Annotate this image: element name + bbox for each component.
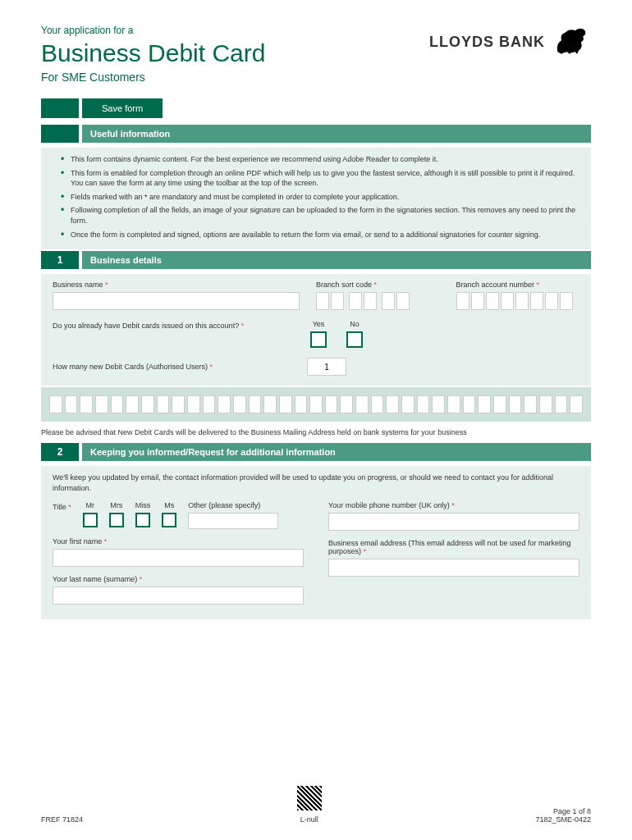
acct-num-input[interactable]	[456, 292, 580, 310]
delivery-advisory: Please be advised that New Debit Cards w…	[41, 425, 591, 443]
section1-num: 1	[41, 251, 79, 269]
last-name-input[interactable]	[53, 587, 304, 605]
email-input[interactable]	[328, 559, 579, 577]
first-name-input[interactable]	[53, 549, 304, 567]
business-name-label: Business name *	[53, 281, 300, 289]
qr-icon	[297, 786, 322, 810]
useful-info-list: This form contains dynamic content. For …	[53, 154, 579, 240]
how-many-input[interactable]	[307, 358, 346, 376]
existing-debit-label: Do you already have Debit cards issued o…	[53, 320, 291, 330]
footer-left: FREF 71824	[41, 815, 83, 824]
how-many-label: How many new Debit Cards (Authorised Use…	[53, 363, 291, 371]
footer-page: Page 1 of 8	[535, 807, 591, 815]
section2-intro: We'll keep you updated by email, the con…	[53, 472, 579, 493]
yes-checkbox[interactable]	[310, 331, 327, 348]
useful-info-title: Useful information	[82, 125, 591, 143]
title-mr-checkbox[interactable]	[83, 513, 98, 527]
last-name-label: Your last name (surname) *	[53, 575, 304, 583]
save-spacer	[41, 98, 79, 118]
mobile-label: Your mobile phone number (UK only) *	[328, 501, 579, 509]
save-button[interactable]: Save form	[82, 98, 163, 118]
section1-title: Business details	[82, 251, 591, 269]
logo-area: LLOYDS BANK	[429, 25, 591, 59]
strip-row	[41, 387, 591, 422]
logo-text: LLOYDS BANK	[429, 34, 545, 51]
no-label: No	[346, 320, 363, 328]
acct-num-label: Branch account number *	[456, 281, 580, 289]
info-item: Once the form is completed and signed, o…	[61, 230, 579, 240]
yes-label: Yes	[310, 320, 327, 328]
title-mrs-checkbox[interactable]	[109, 513, 124, 527]
title-ms-checkbox[interactable]	[162, 513, 176, 527]
title-ms-label: Ms	[162, 501, 176, 509]
title-miss-label: Miss	[135, 501, 151, 509]
footer: FREF 71824 L-null Page 1 of 8 7182_SME-0…	[41, 786, 591, 824]
useful-info-spacer	[41, 125, 79, 143]
first-name-label: Your first name *	[53, 537, 304, 546]
footer-center: L-null	[300, 815, 318, 824]
strip-boxes[interactable]	[49, 395, 583, 413]
no-checkbox[interactable]	[346, 331, 363, 348]
sort-code-input[interactable]	[316, 292, 440, 310]
info-item: This form contains dynamic content. For …	[61, 154, 579, 165]
title-mr-label: Mr	[83, 501, 98, 509]
info-item: Following completion of all the fields, …	[61, 205, 579, 226]
title-miss-checkbox[interactable]	[135, 513, 150, 527]
sort-code-label: Branch sort code *	[316, 281, 440, 289]
business-name-input[interactable]	[53, 292, 300, 310]
header-subtitle: For SME Customers	[41, 71, 591, 84]
section2-num: 2	[41, 443, 79, 461]
horse-icon	[552, 25, 591, 59]
info-item: Fields marked with an * are mandatory an…	[61, 192, 579, 203]
email-label: Business email address (This email addre…	[328, 539, 579, 555]
title-mrs-label: Mrs	[109, 501, 124, 509]
title-other-input[interactable]	[188, 513, 278, 529]
footer-code: 7182_SME-0422	[535, 815, 591, 824]
section2-title: Keeping you informed/Request for additio…	[82, 443, 591, 461]
mobile-input[interactable]	[328, 513, 579, 531]
title-other-label: Other (please specify)	[188, 501, 278, 509]
info-item: This form is enabled for completion thro…	[61, 168, 579, 189]
title-label: Title *	[53, 501, 71, 511]
